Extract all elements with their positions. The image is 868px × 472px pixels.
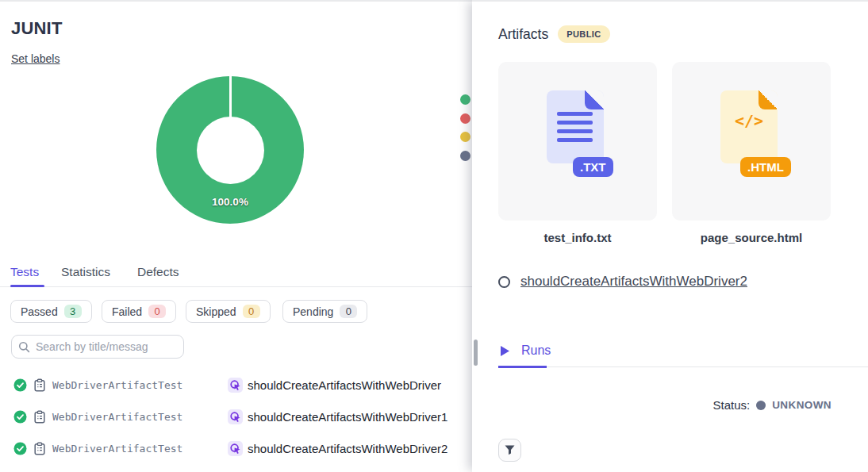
artifact-filename: test_info.txt — [498, 231, 657, 244]
txt-extension-badge: .TXT — [573, 157, 613, 177]
test-title: shouldCreateArtifactsWithWebDriver2 — [248, 442, 447, 455]
filter-passed-button[interactable]: Passed 3 — [10, 300, 92, 323]
code-glyph: </> — [720, 111, 778, 130]
legend-dot-unknown[interactable] — [460, 151, 470, 161]
test-title: shouldCreateArtifactsWithWebDriver — [248, 378, 441, 392]
public-badge: PUBLIC — [558, 25, 609, 43]
legend-dot-passed[interactable] — [460, 94, 470, 105]
text-line — [557, 138, 593, 142]
search-box — [11, 335, 184, 359]
clipboard-icon — [33, 378, 46, 395]
filter-skipped-button[interactable]: Skipped 0 — [186, 300, 271, 323]
artifact-card-html[interactable]: </> .HTML — [672, 62, 831, 221]
artifacts-title: Artifacts — [498, 26, 548, 43]
results-donut-chart[interactable]: 100.0% — [156, 76, 304, 224]
filter-passed-label: Passed — [21, 305, 58, 318]
tab-statistics[interactable]: Statistics — [61, 265, 110, 279]
test-row[interactable]: WebDriverArtifactTest shouldCreateArtifa… — [0, 377, 473, 399]
text-line — [557, 121, 593, 125]
automated-test-icon — [228, 378, 243, 393]
active-tab-underline — [10, 285, 44, 287]
donut-slice-gap — [229, 76, 232, 117]
artifacts-header: Artifacts PUBLIC — [498, 25, 610, 43]
text-line — [557, 112, 593, 116]
donut-percentage-label: 100.0% — [156, 196, 304, 208]
test-suite-name: WebDriverArtifactTest — [52, 443, 182, 455]
page-fold — [759, 90, 778, 109]
tab-tests[interactable]: Tests — [10, 265, 39, 279]
test-row[interactable]: WebDriverArtifactTest shouldCreateArtifa… — [0, 409, 473, 431]
artifact-filename: page_source.html — [672, 231, 831, 244]
test-title: shouldCreateArtifactsWithWebDriver1 — [248, 410, 447, 424]
automated-test-icon — [228, 409, 243, 424]
status-label: Status: — [713, 398, 751, 412]
filter-failed-count: 0 — [148, 305, 166, 318]
funnel-icon — [505, 445, 515, 455]
test-row[interactable]: WebDriverArtifactTest shouldCreateArtifa… — [0, 440, 473, 462]
expand-triangle-icon — [501, 346, 509, 356]
runs-expander[interactable]: Runs — [501, 343, 551, 358]
tab-bar: Tests Statistics Defects — [0, 263, 473, 287]
runs-divider-line — [547, 366, 868, 367]
passed-check-icon — [13, 410, 27, 427]
test-suite-name: WebDriverArtifactTest — [52, 411, 182, 423]
text-line — [557, 129, 593, 133]
passed-check-icon — [13, 442, 27, 459]
legend-dot-failed[interactable] — [460, 113, 470, 124]
test-link[interactable]: shouldCreateArtifactsWithWebDriver2 — [520, 274, 747, 290]
passed-check-icon — [13, 378, 27, 395]
donut-hole — [197, 117, 264, 184]
filter-pending-button[interactable]: Pending 0 — [282, 300, 367, 323]
artifact-card-txt[interactable]: .TXT — [498, 62, 657, 221]
report-panel: JUNIT Set labels 100.0% Tests Statistics… — [0, 0, 473, 472]
search-input[interactable] — [36, 340, 177, 353]
filter-passed-count: 3 — [64, 305, 82, 318]
txt-file-icon — [547, 90, 604, 163]
runs-filter-button[interactable] — [498, 439, 521, 462]
filter-skipped-label: Skipped — [196, 305, 236, 318]
runs-active-underline — [498, 366, 547, 368]
page-fold — [585, 90, 604, 109]
clipboard-icon — [33, 442, 46, 459]
filter-pending-count: 0 — [340, 305, 357, 318]
html-file-icon: </> — [720, 90, 778, 163]
filter-failed-label: Failed — [112, 305, 142, 318]
test-suite-name: WebDriverArtifactTest — [52, 379, 182, 391]
filter-skipped-count: 0 — [243, 305, 260, 318]
status-unknown-dot-icon — [756, 401, 766, 410]
page-title: JUNIT — [11, 18, 63, 39]
tab-defects[interactable]: Defects — [137, 265, 179, 279]
filter-failed-button[interactable]: Failed 0 — [102, 300, 176, 323]
clipboard-icon — [33, 410, 46, 427]
vertical-scrollbar-thumb[interactable] — [474, 340, 478, 366]
html-extension-badge: .HTML — [740, 157, 791, 177]
set-labels-link[interactable]: Set labels — [11, 52, 60, 65]
status-row: Status: UNKNOWN — [713, 398, 832, 412]
search-icon — [18, 341, 30, 353]
status-value: UNKNOWN — [772, 399, 832, 411]
linked-test-row: shouldCreateArtifactsWithWebDriver2 — [498, 274, 747, 290]
automated-test-icon — [228, 441, 243, 456]
runs-label: Runs — [521, 343, 551, 358]
legend-dot-skipped[interactable] — [460, 132, 470, 142]
filter-pending-label: Pending — [293, 305, 333, 318]
artifacts-panel: Artifacts PUBLIC .TXT test_info.txt </> … — [472, 0, 868, 472]
status-circle-icon — [498, 276, 510, 288]
